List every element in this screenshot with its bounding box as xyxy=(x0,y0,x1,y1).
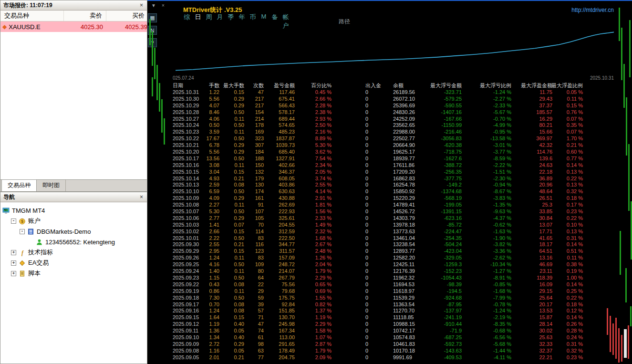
stats-cell: 0.11 xyxy=(215,116,244,123)
toolbar-button-1[interactable]: 综 xyxy=(183,13,191,30)
stats-cell: 0.50 xyxy=(215,109,244,116)
indicator-icon: f xyxy=(19,249,26,256)
stats-cell: 214.07 xyxy=(260,268,295,275)
svg-text:f: f xyxy=(21,250,24,256)
expand-icon[interactable]: + xyxy=(11,260,16,266)
stats-cell: 0 xyxy=(365,328,389,334)
stats-row: 2025.09.292.950.15123311.572.48 %012893.… xyxy=(172,248,617,255)
stats-cell: -137.97 xyxy=(417,308,462,314)
candlestick-decoration xyxy=(628,144,630,211)
column-header-ask[interactable]: 买价 xyxy=(106,10,148,21)
stats-cell: 0.32 % xyxy=(545,348,583,354)
toolbar-button-4[interactable]: 月 xyxy=(216,13,224,30)
stats-cell: 0.45 % xyxy=(292,89,332,96)
toolbar-button-5[interactable]: 季 xyxy=(227,13,235,30)
stats-cell: 0 xyxy=(365,149,389,156)
stats-cell: 0 xyxy=(365,354,389,361)
column-header-bid[interactable]: 卖价 xyxy=(63,10,106,21)
toolbar-button-6[interactable]: 年 xyxy=(238,13,246,30)
stats-cell: -1054.43 xyxy=(417,275,462,281)
navigator-item-0[interactable]: TMGM MT4 xyxy=(0,205,147,216)
stats-cell: -1.68 % xyxy=(466,288,511,295)
stats-cell: 0 xyxy=(365,261,389,268)
stats-cell: 0.21 xyxy=(215,241,244,248)
navigator-window: 导航 × TMGM MT4-$账户-DBGMarkets-Demo1234556… xyxy=(0,192,147,364)
navigator-titlebar[interactable]: 导航 × xyxy=(0,192,147,202)
collapse-icon[interactable]: - xyxy=(11,218,16,224)
stats-cell: 2.04 % xyxy=(292,261,332,268)
chart-date-range: 025.07.24 2025.10.31 xyxy=(172,74,617,82)
stats-cell: 675.41 xyxy=(260,96,295,103)
mtdriver-toolbar: 综日周月季年币M备帐户 路径 xyxy=(172,16,617,27)
tab-tick-chart[interactable]: 即时图 xyxy=(37,180,66,191)
expand-icon[interactable]: + xyxy=(11,250,16,255)
quote-row[interactable]: ◆ XAUUSD.E 4025.30 4025.39 xyxy=(0,21,147,32)
stats-cell: 0 xyxy=(365,176,389,182)
expand-icon[interactable]: + xyxy=(11,271,16,276)
navigator-item-3[interactable]: 1234556552: Ketengteng xyxy=(0,237,147,247)
stats-cell: -8.67 % xyxy=(466,188,511,195)
path-label[interactable]: 路径 xyxy=(339,18,350,26)
stats-row: 2025.10.132.590.08130403.862.55 %016254.… xyxy=(172,182,617,188)
chevron-down-icon[interactable]: ▼ xyxy=(151,3,156,8)
stats-col-header-9: 最大浮亏比例 xyxy=(466,82,511,89)
toolbar-button-9[interactable]: 备 xyxy=(271,13,279,30)
market-watch-titlebar[interactable]: 市场报价: 11:07:19 × xyxy=(0,0,147,10)
column-header-symbol[interactable]: 交易品种 xyxy=(0,11,63,20)
toolbar-button-7[interactable]: 币 xyxy=(249,13,257,30)
close-icon[interactable]: × xyxy=(162,3,165,8)
collapse-icon[interactable]: - xyxy=(20,229,25,234)
panel-url-link[interactable]: http://mtdriver.cn xyxy=(571,7,614,13)
stats-cell: 0.15 xyxy=(215,169,244,176)
stats-row: 2025.09.081.160.0563178.491.79 %010170.1… xyxy=(172,348,617,354)
stats-cell: 0.26 % xyxy=(545,321,583,328)
stats-cell: 5.30 % xyxy=(292,142,332,149)
toolbar-button-10[interactable]: 帐户 xyxy=(282,13,290,30)
navigator-item-label: 账户 xyxy=(28,217,41,225)
stats-cell: 578.17 xyxy=(260,109,295,116)
stats-cell: 0.50 xyxy=(215,235,244,242)
toolbar-button-3[interactable]: 周 xyxy=(205,13,213,30)
stats-cell: 267.79 xyxy=(260,275,295,281)
stats-cell: 0.07 % xyxy=(545,116,583,123)
stats-cell: -3.82 % xyxy=(466,241,511,248)
stats-cell: 291.65 xyxy=(260,341,295,348)
stats-cell: -4.11 % xyxy=(466,354,511,361)
navigator-item-6[interactable]: +脚本 xyxy=(0,268,147,279)
tab-symbols[interactable]: 交易品种 xyxy=(1,179,37,191)
stats-cell: 0.13 % xyxy=(545,229,583,235)
stats-cell: -924.68 xyxy=(417,295,462,302)
stats-cell: 2.33 % xyxy=(292,215,332,222)
navigator-item-2[interactable]: -DBGMarkets-Demo xyxy=(0,226,147,237)
stats-cell: 0.82 % xyxy=(292,302,332,308)
stats-cell: -1.35 % xyxy=(466,202,511,208)
candlestick-decoration xyxy=(624,329,627,358)
stats-cell: -8.91 % xyxy=(466,275,511,281)
stats-cell: 0 xyxy=(365,321,389,328)
navigator-item-4[interactable]: +f技术指标 xyxy=(0,247,147,258)
market-watch-header-row: 交易品种 卖价 买价 xyxy=(0,10,147,21)
stats-row: 2025.10.240.500.50178574.652.50 %023562.… xyxy=(172,122,617,129)
toolbar-button-2[interactable]: 日 xyxy=(194,13,202,30)
navigator-item-label: TMGM MT4 xyxy=(12,207,45,214)
stats-cell: 0.24 % xyxy=(545,334,583,341)
navigator-tree: TMGM MT4-$账户-DBGMarkets-Demo1234556552: … xyxy=(0,202,147,364)
toolbar-button-8[interactable]: M xyxy=(260,13,268,30)
stats-row: 2025.09.092.720.2998291.652.87 %010461.8… xyxy=(172,341,617,348)
stats-cell: 0.65 % xyxy=(292,281,332,288)
close-icon[interactable]: × xyxy=(137,194,145,201)
stats-cell: 0 xyxy=(365,308,389,314)
stats-cell: 0.40 xyxy=(215,334,244,341)
stats-cell: 3.74 % xyxy=(292,176,332,182)
navigator-item-1[interactable]: -$账户 xyxy=(0,216,147,226)
stats-cell: -718.75 xyxy=(417,149,462,156)
navigator-item-label: 1234556552: Ketengteng xyxy=(45,239,115,246)
stats-cell: 1.56 % xyxy=(292,208,332,215)
stats-cell: 0 xyxy=(365,268,389,275)
stats-cell: 0 xyxy=(365,135,389,142)
stats-cell: 2.09 % xyxy=(292,354,332,361)
navigator-item-5[interactable]: +EA交易 xyxy=(0,258,147,268)
stats-cell: 0.51 % xyxy=(545,248,583,255)
ea-icon xyxy=(19,260,26,267)
close-icon[interactable]: × xyxy=(137,2,145,9)
